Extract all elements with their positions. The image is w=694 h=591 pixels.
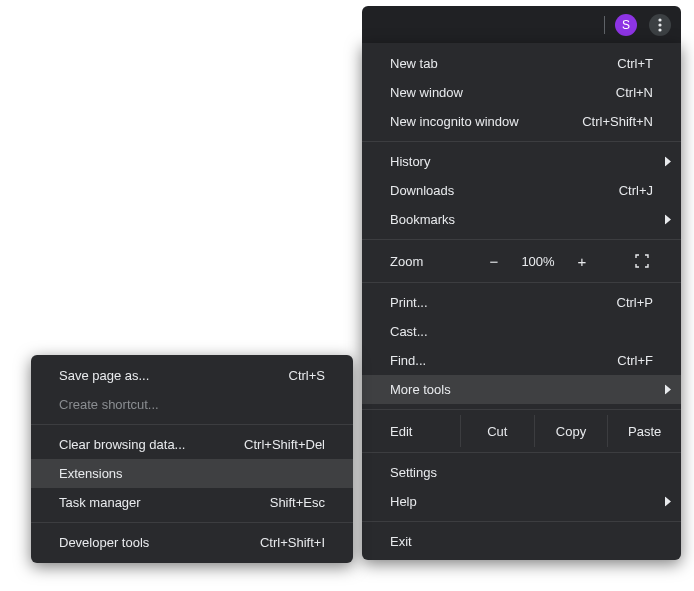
menu-label: More tools (390, 382, 681, 397)
svg-point-0 (658, 18, 661, 21)
menu-label: Extensions (59, 466, 325, 481)
menu-separator (362, 409, 681, 410)
menu-label: Cast... (390, 324, 653, 339)
menu-label: Clear browsing data... (59, 437, 232, 452)
profile-avatar[interactable]: S (615, 14, 637, 36)
menu-separator (362, 239, 681, 240)
menu-item-history[interactable]: History (362, 147, 681, 176)
menu-item-bookmarks[interactable]: Bookmarks (362, 205, 681, 234)
menu-label: New incognito window (390, 114, 570, 129)
menu-shortcut: Ctrl+F (617, 353, 653, 368)
menu-label: History (390, 154, 653, 169)
fullscreen-button[interactable] (602, 254, 681, 268)
menu-item-cast[interactable]: Cast... (362, 317, 681, 346)
submenu-item-task-manager[interactable]: Task manager Shift+Esc (31, 488, 353, 517)
menu-shortcut: Ctrl+Shift+Del (244, 437, 325, 452)
zoom-value: 100% (514, 254, 562, 269)
zoom-in-button[interactable]: + (562, 253, 602, 270)
menu-label: New window (390, 85, 604, 100)
menu-label: Help (390, 494, 653, 509)
menu-item-edit: Edit Cut Copy Paste (362, 415, 681, 447)
menu-shortcut: Shift+Esc (270, 495, 325, 510)
zoom-label: Zoom (390, 254, 474, 269)
menu-separator (362, 141, 681, 142)
submenu-arrow-icon (665, 212, 671, 227)
submenu-item-save-page-as[interactable]: Save page as... Ctrl+S (31, 361, 353, 390)
menu-label: Find... (390, 353, 605, 368)
menu-label: Print... (390, 295, 605, 310)
menu-label: Bookmarks (390, 212, 653, 227)
fullscreen-icon (635, 254, 649, 268)
menu-label: Task manager (59, 495, 258, 510)
menu-button[interactable] (649, 14, 671, 36)
more-tools-submenu: Save page as... Ctrl+S Create shortcut..… (31, 355, 353, 563)
menu-separator (362, 521, 681, 522)
submenu-item-create-shortcut: Create shortcut... (31, 390, 353, 419)
submenu-arrow-icon (665, 154, 671, 169)
menu-label: Downloads (390, 183, 607, 198)
menu-shortcut: Ctrl+Shift+N (582, 114, 653, 129)
menu-label: New tab (390, 56, 605, 71)
submenu-arrow-icon (665, 382, 671, 397)
menu-item-downloads[interactable]: Downloads Ctrl+J (362, 176, 681, 205)
more-vert-icon (658, 18, 662, 32)
menu-shortcut: Ctrl+J (619, 183, 653, 198)
zoom-out-button[interactable]: − (474, 253, 514, 270)
menu-item-print[interactable]: Print... Ctrl+P (362, 288, 681, 317)
submenu-arrow-icon (665, 494, 671, 509)
menu-item-new-incognito[interactable]: New incognito window Ctrl+Shift+N (362, 107, 681, 136)
submenu-item-extensions[interactable]: Extensions (31, 459, 353, 488)
menu-item-settings[interactable]: Settings (362, 458, 681, 487)
menu-label: Settings (390, 465, 653, 480)
menu-shortcut: Ctrl+T (617, 56, 653, 71)
menu-item-exit[interactable]: Exit (362, 527, 681, 556)
edit-cut-button[interactable]: Cut (460, 415, 534, 447)
browser-main-menu: New tab Ctrl+T New window Ctrl+N New inc… (362, 43, 681, 560)
edit-copy-button[interactable]: Copy (534, 415, 608, 447)
menu-shortcut: Ctrl+Shift+I (260, 535, 325, 550)
menu-item-help[interactable]: Help (362, 487, 681, 516)
menu-shortcut: Ctrl+S (289, 368, 325, 383)
menu-separator (31, 424, 353, 425)
menu-label: Save page as... (59, 368, 277, 383)
avatar-letter: S (622, 18, 630, 32)
submenu-item-clear-browsing-data[interactable]: Clear browsing data... Ctrl+Shift+Del (31, 430, 353, 459)
browser-toolbar: S (362, 6, 681, 43)
menu-item-new-tab[interactable]: New tab Ctrl+T (362, 49, 681, 78)
menu-shortcut: Ctrl+N (616, 85, 653, 100)
menu-item-zoom: Zoom − 100% + (362, 245, 681, 277)
menu-item-new-window[interactable]: New window Ctrl+N (362, 78, 681, 107)
menu-item-more-tools[interactable]: More tools (362, 375, 681, 404)
edit-label: Edit (390, 415, 460, 447)
menu-separator (31, 522, 353, 523)
svg-point-1 (658, 23, 661, 26)
toolbar-separator (604, 16, 605, 34)
edit-paste-button[interactable]: Paste (607, 415, 681, 447)
menu-label: Exit (390, 534, 653, 549)
menu-label: Developer tools (59, 535, 248, 550)
menu-label: Create shortcut... (59, 397, 325, 412)
menu-item-find[interactable]: Find... Ctrl+F (362, 346, 681, 375)
menu-shortcut: Ctrl+P (617, 295, 653, 310)
menu-separator (362, 452, 681, 453)
submenu-item-developer-tools[interactable]: Developer tools Ctrl+Shift+I (31, 528, 353, 557)
svg-point-2 (658, 28, 661, 31)
menu-separator (362, 282, 681, 283)
